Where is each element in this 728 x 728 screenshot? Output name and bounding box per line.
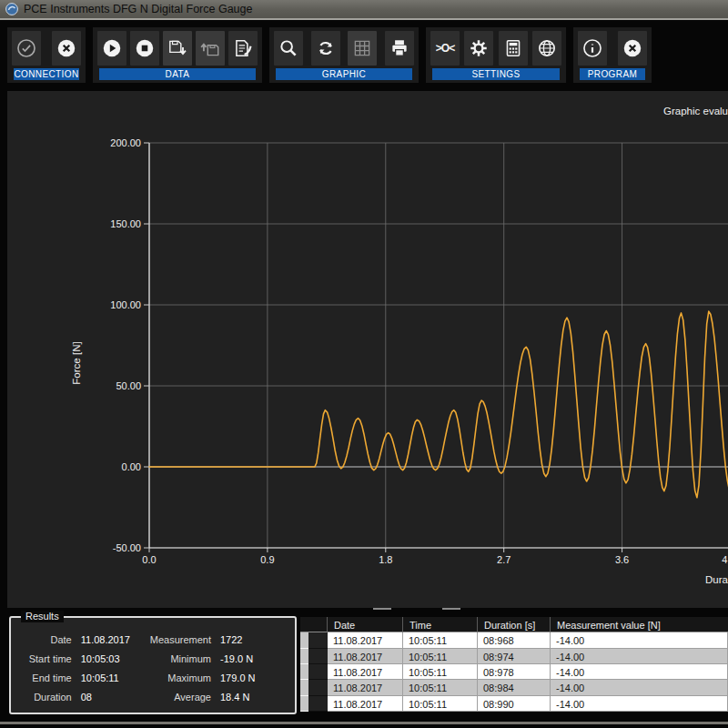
toolbar-group-label: SETTINGS <box>432 68 560 80</box>
table-cell[interactable]: 11.08.2017 <box>328 664 403 680</box>
result-row: Average18.4 N <box>150 687 289 706</box>
table-cell[interactable]: 08:990 <box>478 696 551 712</box>
calculation-button[interactable] <box>499 31 528 66</box>
exit-button[interactable] <box>618 31 647 66</box>
table-cell[interactable]: 10:05:11 <box>403 680 478 695</box>
device-settings-button[interactable] <box>464 31 493 66</box>
table-cell[interactable]: -14.00 <box>551 696 728 712</box>
stop-measurement-button[interactable] <box>130 31 159 66</box>
printer-icon <box>389 37 410 59</box>
result-label: Maximum <box>150 672 220 683</box>
row-header-cell[interactable] <box>308 632 328 648</box>
toolbar-group-label: DATA <box>99 68 256 80</box>
connection-settings-button[interactable]: >O< <box>430 31 460 66</box>
gear-icon <box>468 37 490 59</box>
print-button[interactable] <box>385 31 414 66</box>
toolbar-group-settings: >O< <box>426 27 566 83</box>
grid-button[interactable] <box>348 31 377 66</box>
table-cell[interactable]: 10:05:11 <box>403 649 478 664</box>
table-cell[interactable]: -14.00 <box>551 664 728 680</box>
table-cell[interactable]: 08:968 <box>478 632 551 648</box>
result-row: Maximum179.0 N <box>150 668 289 687</box>
table-cell[interactable]: -14.00 <box>551 632 728 648</box>
report-button[interactable] <box>228 31 258 66</box>
measurement-table[interactable]: DateTimeDuration [s]Measurement value [N… <box>300 617 728 712</box>
row-selector-strip[interactable] <box>300 664 308 680</box>
chart-title: Graphic evalu <box>663 106 728 116</box>
titlebar[interactable]: PCE Instruments DFG N Digital Force Gaug… <box>0 0 728 20</box>
toolbar-group-data: DATA <box>93 27 262 83</box>
floppy-down-arrow-icon <box>167 37 188 59</box>
row-selector-strip[interactable] <box>300 680 308 695</box>
table-cell[interactable]: -14.00 <box>551 649 728 664</box>
x-tick-label: 2.7 <box>497 554 511 565</box>
y-tick-label: 100.00 <box>110 299 141 310</box>
force-line-chart[interactable]: 200.00150.00100.0050.000.00-50.000.00.91… <box>7 91 728 608</box>
connect-button[interactable] <box>12 31 41 66</box>
play-circle-icon <box>101 37 123 59</box>
splitter-handle[interactable] <box>373 608 391 610</box>
result-row: Measurement1722 <box>150 630 289 649</box>
calculator-icon <box>502 37 524 59</box>
table-corner <box>300 617 308 632</box>
table-cell[interactable]: 10:05:11 <box>403 696 478 712</box>
toolbar-group-program: PROGRAM <box>573 27 652 83</box>
row-selector-strip[interactable] <box>300 696 308 712</box>
info-circle-icon <box>581 37 603 59</box>
exit-circle-icon <box>622 37 643 59</box>
table-cell[interactable]: 08:974 <box>478 649 551 664</box>
toolbar-group-label: CONNECTION <box>14 68 79 80</box>
column-header-measurement-value-n[interactable]: Measurement value [N] <box>551 617 728 632</box>
connector-icon: >O< <box>436 42 454 55</box>
results-caption: Results <box>21 611 64 622</box>
language-button[interactable] <box>532 31 561 66</box>
result-label: Minimum <box>150 653 220 664</box>
magnifier-icon <box>278 37 299 59</box>
column-header-duration-s[interactable]: Duration [s] <box>478 617 551 632</box>
row-selector-strip[interactable] <box>300 632 308 648</box>
row-header-cell[interactable] <box>308 680 328 695</box>
result-label: Date <box>15 634 81 645</box>
table-cell[interactable]: 10:05:11 <box>403 664 478 680</box>
table-cell[interactable]: 11.08.2017 <box>328 680 403 695</box>
info-button[interactable] <box>578 31 607 66</box>
table-row-header <box>308 617 328 632</box>
toolbar-group-graphic: GRAPHIC <box>269 27 419 83</box>
save-export-button[interactable] <box>163 31 192 66</box>
splitter-handle[interactable] <box>442 608 460 610</box>
column-header-date[interactable]: Date <box>328 617 403 632</box>
app-logo-icon <box>5 3 18 15</box>
row-header-cell[interactable] <box>308 696 328 712</box>
window-title: PCE Instruments DFG N Digital Force Gaug… <box>24 3 252 15</box>
row-header-cell[interactable] <box>308 664 328 680</box>
row-selector-strip[interactable] <box>300 649 308 664</box>
result-row: Duration08 <box>15 687 150 706</box>
zoom-button[interactable] <box>274 31 303 66</box>
table-cell[interactable]: 11.08.2017 <box>328 632 403 648</box>
table-cell[interactable]: 11.08.2017 <box>328 696 403 712</box>
y-tick-label: 150.00 <box>110 218 141 229</box>
x-tick-label: 4.5 <box>722 554 728 565</box>
table-cell[interactable]: -14.00 <box>551 680 728 695</box>
table-cell[interactable]: 10:05:11 <box>403 632 478 648</box>
row-header-cell[interactable] <box>308 649 328 664</box>
column-header-time[interactable]: Time <box>403 617 478 632</box>
table-cell[interactable]: 11.08.2017 <box>328 649 403 664</box>
results-panel: Results Date11.08.2017Start time10:05:03… <box>9 616 297 714</box>
table-cell[interactable]: 08:984 <box>478 680 551 695</box>
load-import-button[interactable] <box>196 31 225 66</box>
result-value: 11.08.2017 <box>81 634 150 645</box>
close-circle-icon <box>56 37 77 59</box>
result-row: Date11.08.2017 <box>15 630 150 649</box>
result-value: 08 <box>81 692 150 703</box>
y-axis-label: Force [N] <box>71 334 82 392</box>
result-value: 18.4 N <box>220 692 289 703</box>
result-label: Duration <box>15 692 81 703</box>
table-cell[interactable]: 08:978 <box>478 664 551 680</box>
document-pen-icon <box>232 37 254 59</box>
start-measurement-button[interactable] <box>97 31 126 66</box>
disconnect-button[interactable] <box>52 31 81 66</box>
y-tick-label: 50.00 <box>116 380 141 391</box>
refresh-button[interactable] <box>311 31 340 66</box>
y-tick-label: -50.00 <box>113 542 141 553</box>
